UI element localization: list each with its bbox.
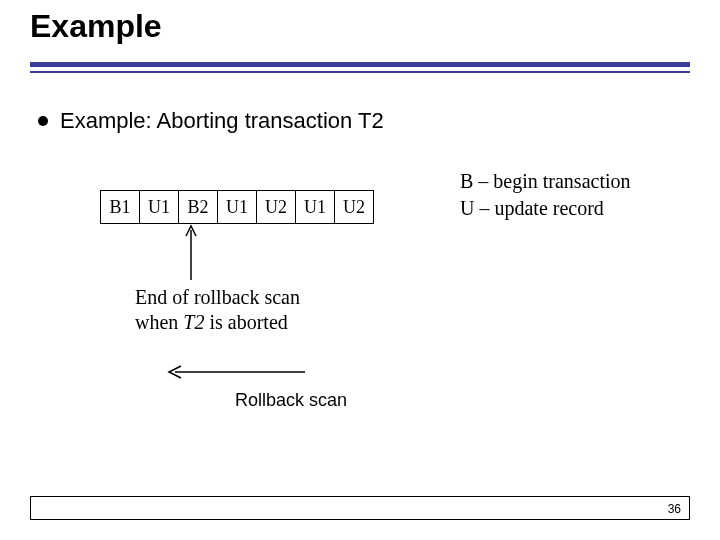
rollback-end-caption: End of rollback scan when T2 is aborted [135,285,300,335]
slide: Example Example: Aborting transaction T2… [0,0,720,540]
table-row: B1 U1 B2 U1 U2 U1 U2 [101,191,374,224]
log-cell: U2 [257,191,296,224]
log-cell: U2 [335,191,374,224]
log-cell: U1 [296,191,335,224]
caption-emph: T2 [183,311,204,333]
title-divider-thin [30,71,690,73]
page-number: 36 [668,502,681,516]
caption-text: is aborted [204,311,287,333]
page-title: Example [30,8,162,45]
arrow-left-icon [165,365,305,379]
legend: B – begin transaction U – update record [460,168,631,222]
footer-box: 36 [30,496,690,520]
caption-line: End of rollback scan [135,285,300,310]
log-cell: B1 [101,191,140,224]
legend-line: U – update record [460,195,631,222]
log-cell: U1 [140,191,179,224]
caption-text: when [135,311,183,333]
bullet-text: Example: Aborting transaction T2 [60,108,384,134]
log-cell: B2 [179,191,218,224]
title-divider-thick [30,62,690,67]
rollback-scan-label: Rollback scan [235,390,347,411]
arrow-up-icon [185,222,197,280]
caption-line: when T2 is aborted [135,310,300,335]
caption-text: End of rollback scan [135,286,300,308]
log-record-table: B1 U1 B2 U1 U2 U1 U2 [100,190,374,224]
bullet-icon [38,116,48,126]
log-cell: U1 [218,191,257,224]
bullet-item: Example: Aborting transaction T2 [38,108,384,134]
legend-line: B – begin transaction [460,168,631,195]
